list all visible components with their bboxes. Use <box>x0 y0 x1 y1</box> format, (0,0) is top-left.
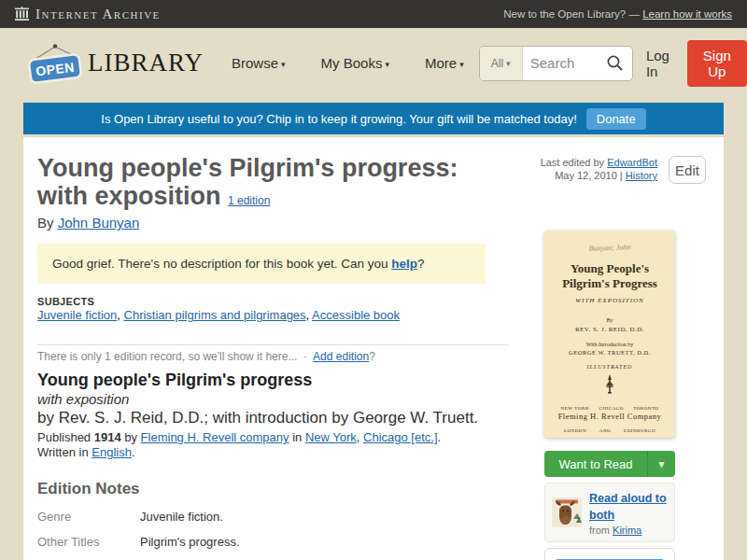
cover-author: REV. S. J. REID, D.D. <box>552 326 668 333</box>
search-input[interactable] <box>523 47 599 80</box>
want-to-read-button[interactable]: Want to Read ▼ <box>544 451 675 477</box>
editor-link[interactable]: EdwardBot <box>607 157 657 168</box>
read-aloud-text: Read aloud to both from Kirima <box>589 489 668 536</box>
table-row: Other Titles Pilgrim's progress. <box>37 535 523 549</box>
book-cover-image[interactable]: Bunyan; John Young People's Pilgrim's Pr… <box>544 231 675 438</box>
open-library-tag-icon: OPEN <box>24 42 86 85</box>
subjects-section: SUBJECTS Juvenile fiction, Christian pil… <box>37 296 523 322</box>
nav-browse[interactable]: Browse▾ <box>232 55 286 71</box>
help-link[interactable]: help <box>391 257 417 271</box>
nav-more[interactable]: More▾ <box>425 55 464 71</box>
internet-archive-wordmark: Internet Archive <box>35 7 161 22</box>
publisher-emblem-icon <box>552 374 668 399</box>
subjects-heading: SUBJECTS <box>37 296 523 307</box>
chevron-down-icon: ▼ <box>657 459 667 469</box>
internet-archive-brand[interactable]: Internet Archive <box>15 7 161 22</box>
edition-record-notice: There is only 1 edition record, so we'll… <box>37 350 523 363</box>
main-nav: Browse▾ My Books▾ More▾ <box>232 55 464 71</box>
table-row: Genre Juvenile fiction. <box>37 510 523 524</box>
cover-title: Young People's <box>552 261 668 276</box>
edition-count-link[interactable]: 1 edition <box>228 194 270 207</box>
main-column: Young people's Pilgrim's progress: with … <box>37 154 523 560</box>
edition-divider <box>37 344 509 345</box>
cover-title: Pilgrim's Progress <box>552 276 668 291</box>
read-ebook-panel: Read eBook <box>544 548 675 560</box>
book-sidebar: Bunyan; John Young People's Pilgrim's Pr… <box>544 231 675 560</box>
language-link[interactable]: English <box>92 445 132 459</box>
place-link[interactable]: New York <box>305 430 357 444</box>
edit-button[interactable]: Edit <box>669 156 706 184</box>
edit-date: May 12, 2010 <box>555 170 617 181</box>
search-icon <box>606 54 624 72</box>
history-link[interactable]: History <box>626 170 657 181</box>
cover-by-word: By <box>552 317 668 323</box>
cover-subtitle: WITH EXPOSITION <box>552 297 668 304</box>
last-edited-info: Last edited by EdwardBot May 12, 2010 | … <box>541 156 657 182</box>
edition-byline: by Rev. S. J. Reid, D.D.; with introduct… <box>37 409 523 427</box>
edition-language-line: Written in English. <box>37 445 523 459</box>
chevron-down-icon: ▾ <box>281 60 286 69</box>
topbar-tagline: New to the Open Library? — Learn how it … <box>503 8 732 20</box>
publisher-link[interactable]: Fleming H. Revell company <box>141 430 289 444</box>
row-label: Genre <box>37 510 140 524</box>
row-value: Juvenile fiction. <box>140 510 223 524</box>
edition-title: Young people's Pilgrim's progress <box>37 371 523 390</box>
cover-publisher: Fleming H. Revell Company <box>552 412 668 421</box>
open-library-logo[interactable]: OPEN LIBRARY <box>24 42 204 85</box>
publish-year: 1914 <box>94 430 121 444</box>
open-library-wordmark: LIBRARY <box>88 49 204 77</box>
read-aloud-panel: Read aloud to both from Kirima <box>544 483 675 542</box>
cover-handwriting: Bunyan; John <box>552 242 668 254</box>
content-card: Last edited by EdwardBot May 12, 2010 | … <box>23 137 724 560</box>
donation-message: Is Open Library useful to you? Chip in t… <box>101 112 576 126</box>
author-byline: By John Bunyan <box>37 215 523 231</box>
chevron-down-icon: ▾ <box>506 59 511 68</box>
edit-meta: Last edited by EdwardBot May 12, 2010 | … <box>541 156 706 184</box>
cover-cities-bottom: LONDON AND EDINBURGH <box>552 428 668 433</box>
want-to-read-dropdown[interactable]: ▼ <box>647 451 675 477</box>
subject-link[interactable]: Accessible book <box>312 308 400 322</box>
edition-subtitle: with exposition <box>37 391 523 407</box>
edition-notes-heading: Edition Notes <box>37 480 523 498</box>
row-value: Pilgrim's progress. <box>140 535 240 549</box>
author-link[interactable]: John Bunyan <box>58 215 140 231</box>
subject-link[interactable]: Juvenile fiction <box>37 308 117 322</box>
kirima-link[interactable]: Kirima <box>613 525 641 536</box>
read-aloud-thumbnail[interactable] <box>552 497 582 527</box>
search-submit-button[interactable] <box>599 54 632 72</box>
tagline-text: New to the Open Library? — <box>503 8 642 20</box>
internet-archive-columns-icon <box>15 7 29 21</box>
sign-up-button[interactable]: Sign Up <box>687 40 747 87</box>
search-box: All▾ <box>479 46 633 81</box>
nav-my-books[interactable]: My Books▾ <box>321 55 389 71</box>
donation-banner: Is Open Library useful to you? Chip in t… <box>23 103 724 134</box>
read-aloud-link[interactable]: Read aloud to both <box>589 492 667 522</box>
donate-button[interactable]: Donate <box>586 108 646 130</box>
add-edition-link[interactable]: Add edition <box>313 350 369 363</box>
edition-notes-section: Edition Notes Genre Juvenile fiction. Ot… <box>37 480 523 549</box>
page-title: Young people's Pilgrim's progress: with … <box>37 154 509 210</box>
search-filter-dropdown[interactable]: All▾ <box>480 47 523 80</box>
place-link[interactable]: Chicago [etc.] <box>363 430 438 444</box>
learn-how-link[interactable]: Learn how it works <box>642 8 732 20</box>
cover-illustrated: ILLUSTRATED <box>552 364 668 370</box>
chevron-down-icon: ▾ <box>385 60 389 69</box>
edition-published-line: Published 1914 by Fleming H. Revell comp… <box>37 430 523 444</box>
want-to-read-label: Want to Read <box>544 457 647 471</box>
subject-link[interactable]: Christian pilgrims and pilgrimages <box>124 308 306 322</box>
cover-cities-top: NEW YORK CHICAGO TORONTO <box>552 406 668 411</box>
cover-intro-by: With Introduction by <box>552 342 668 347</box>
cover-intro-author: GEORGE W. TRUETT, D.D. <box>552 349 668 356</box>
log-in-link[interactable]: Log In <box>646 48 674 79</box>
site-header: OPEN LIBRARY Browse▾ My Books▾ More▾ All… <box>0 28 747 98</box>
no-description-notice: Good grief. There's no description for t… <box>37 244 486 284</box>
internet-archive-topbar: Internet Archive New to the Open Library… <box>0 0 747 28</box>
row-label: Other Titles <box>37 535 140 549</box>
chevron-down-icon: ▾ <box>459 60 464 69</box>
